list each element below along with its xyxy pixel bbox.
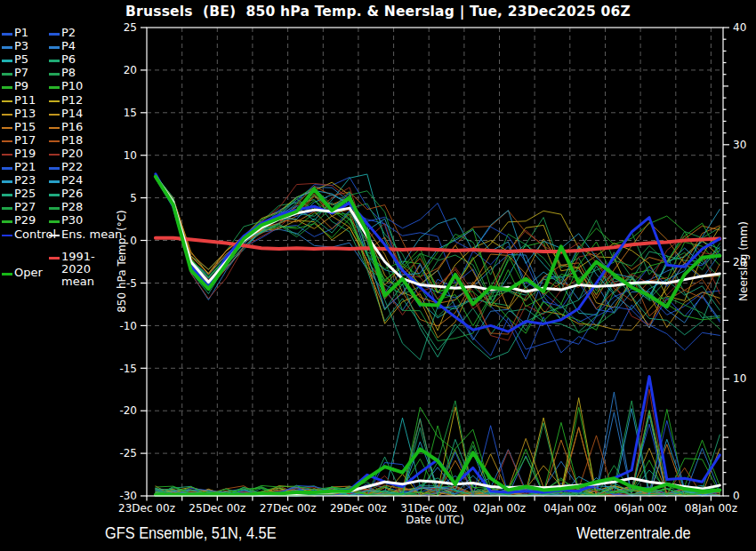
svg-text:20: 20 (124, 64, 137, 76)
svg-text:25Dec 00z: 25Dec 00z (189, 502, 245, 515)
date-axis-label: Date (UTC) (346, 514, 524, 526)
temp-axis-label: 850 hPa Temp. (°C) (116, 195, 128, 328)
meteogram-chart: 2520151050-5-10-15-20-25-3001020304023De… (0, 0, 756, 551)
svg-text:-30: -30 (119, 490, 137, 502)
svg-text:15: 15 (124, 107, 137, 119)
svg-text:10: 10 (733, 372, 746, 385)
svg-text:04Jan 00z: 04Jan 00z (543, 502, 596, 515)
svg-text:5: 5 (130, 192, 137, 204)
precip-axis-label: Neerslag (mm) (737, 195, 750, 328)
svg-text:31Dec 00z: 31Dec 00z (400, 502, 457, 515)
svg-text:30: 30 (733, 139, 746, 151)
svg-text:40: 40 (733, 21, 746, 34)
svg-text:25: 25 (124, 21, 137, 34)
svg-text:10: 10 (124, 149, 137, 162)
svg-text:02Jan 00z: 02Jan 00z (473, 502, 526, 515)
svg-text:29Dec 00z: 29Dec 00z (330, 502, 387, 515)
model-info-text: GFS Ensemble, 51N, 4.5E (105, 523, 277, 543)
svg-text:0: 0 (130, 235, 137, 247)
svg-text:23Dec 00z: 23Dec 00z (118, 502, 175, 515)
svg-text:-25: -25 (119, 447, 137, 459)
svg-text:0: 0 (733, 490, 740, 502)
svg-text:-15: -15 (119, 363, 137, 375)
svg-text:06Jan 00z: 06Jan 00z (615, 502, 667, 515)
meteogram-window: Brussels (BE) 850 hPa Temp. & Neerslag |… (0, 0, 756, 551)
svg-text:27Dec 00z: 27Dec 00z (260, 502, 317, 515)
svg-text:08Jan 00z: 08Jan 00z (685, 502, 737, 515)
site-credit-text: Wetterzentrale.de (576, 523, 691, 543)
svg-text:-20: -20 (119, 404, 137, 417)
